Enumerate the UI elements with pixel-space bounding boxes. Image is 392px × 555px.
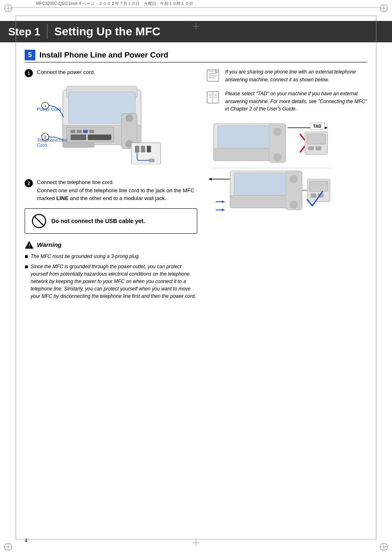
svg-rect-19 xyxy=(83,130,88,133)
svg-point-62 xyxy=(273,153,281,161)
svg-rect-34 xyxy=(147,146,151,152)
svg-text:TAD: TAD xyxy=(313,124,321,129)
reg-mark-br xyxy=(379,542,389,552)
reg-mark-bl xyxy=(3,542,13,552)
reg-mark-tl xyxy=(3,3,13,13)
device-illustration: 1 2 xyxy=(36,82,168,164)
power-cord-label: Power Cord xyxy=(37,107,61,112)
svg-marker-56 xyxy=(325,127,328,129)
svg-rect-18 xyxy=(77,130,81,133)
bottom-center-mark xyxy=(192,539,200,548)
svg-point-78 xyxy=(290,175,298,183)
reg-mark-tr xyxy=(379,3,389,13)
svg-rect-21 xyxy=(71,135,86,140)
tad-svg: TAD xyxy=(205,120,333,218)
svg-rect-22 xyxy=(88,135,111,140)
svg-rect-83 xyxy=(309,181,328,191)
top-center-mark xyxy=(192,23,200,31)
svg-marker-73 xyxy=(208,178,212,180)
svg-rect-35 xyxy=(149,159,154,162)
file-info: MFC3200C-QSG.book 4 ページ ２００２年７月１６日 火曜日 午… xyxy=(12,0,380,8)
svg-point-61 xyxy=(273,128,281,136)
svg-marker-86 xyxy=(222,200,225,203)
svg-rect-20 xyxy=(90,130,94,133)
tad-illustration: TAD xyxy=(205,120,367,218)
svg-rect-68 xyxy=(307,134,325,144)
svg-rect-33 xyxy=(141,146,145,152)
svg-rect-32 xyxy=(135,146,139,152)
svg-point-79 xyxy=(290,200,298,209)
svg-rect-17 xyxy=(71,130,75,133)
svg-rect-69 xyxy=(308,146,314,150)
svg-point-24 xyxy=(125,114,133,122)
page-number: 4 xyxy=(25,538,28,543)
telephone-line-cord-label: Telephone LineCord xyxy=(37,138,68,147)
illustration-box: 1 2 Power Cord xyxy=(36,82,197,173)
svg-rect-70 xyxy=(316,146,321,150)
svg-marker-87 xyxy=(222,209,225,211)
svg-rect-84 xyxy=(311,193,316,198)
